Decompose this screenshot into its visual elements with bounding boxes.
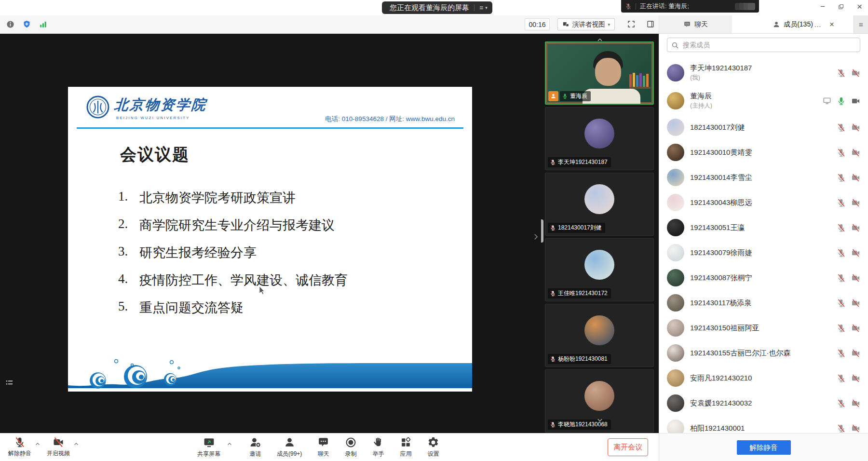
member-row[interactable]: 1921430117杨添泉 (659, 290, 868, 315)
members-button[interactable]: 成员(99+) (274, 436, 304, 458)
agenda-item-text: 研究生报考经验分享 (139, 244, 257, 261)
member-row[interactable]: 1921430079徐雨婕 (659, 240, 868, 265)
tile-mic-icon (550, 159, 556, 165)
participant-avatar (584, 119, 614, 149)
slide-title: 会议议题 (120, 144, 190, 166)
banner-menu-icon[interactable]: ≡ (479, 4, 483, 12)
video-tile[interactable]: 1821430017刘健 (545, 173, 654, 236)
member-mic-icon (837, 123, 846, 132)
agenda-item-number: 5. (118, 299, 139, 316)
agenda-list: 1. 北京物资学院考研政策宣讲 2. 商学院研究生专业介绍与报考建议 3. 研究… (118, 189, 348, 326)
info-icon[interactable] (6, 20, 15, 29)
tile-name-badge: 李天坤1921430187 (548, 157, 611, 167)
member-row[interactable]: 1921430051王瀛 (659, 215, 868, 240)
member-row[interactable]: 1921430010黄靖雯 (659, 140, 868, 165)
watching-screen-banner: 您正在观看董海辰的屏幕 ≡ ▾ (382, 1, 492, 14)
members-panel: 李天坤1921430187 (我) (659, 34, 868, 461)
filmstrip-collapse-handle[interactable] (541, 219, 543, 243)
video-options-chevron-icon[interactable] (73, 441, 79, 447)
settings-button[interactable]: 设置 (425, 436, 442, 458)
video-tile[interactable]: 王佳唯1921430172 (545, 238, 654, 301)
member-mic-icon (837, 399, 846, 408)
member-status-icons (837, 248, 860, 258)
member-name: 柏阳1921430001 (690, 424, 831, 433)
view-mode-dropdown[interactable]: 演讲者视图 ▾ (557, 18, 615, 30)
agenda-item: 5. 重点问题交流答疑 (118, 299, 348, 316)
panel-menu-icon[interactable]: ≡ (854, 15, 868, 33)
member-row[interactable]: 1921430014李雪尘 (659, 165, 868, 190)
minimize-button[interactable]: − (820, 2, 825, 12)
tile-participant-name: 董海辰 (570, 92, 587, 100)
member-row[interactable]: 安袁媛1921430032 (659, 391, 868, 416)
fullscreen-icon[interactable] (627, 20, 636, 28)
member-mic-icon (837, 324, 846, 333)
member-row[interactable]: 李天坤1921430187 (我) (659, 59, 868, 87)
member-camera-icon (851, 223, 860, 232)
meeting-toolbar: 00:16 演讲者视图 ▾ 聊天 成员(135) … × ≡ (0, 15, 868, 34)
collapse-strip-chevron-icon[interactable] (531, 232, 540, 241)
member-row[interactable]: 董海辰 (主持人) (659, 87, 868, 115)
member-mic-icon (837, 349, 846, 358)
unmute-button[interactable]: 解除静音 (737, 440, 791, 455)
search-input[interactable] (667, 38, 860, 52)
agenda-item: 3. 研究生报考经验分享 (118, 244, 348, 261)
chat-button[interactable]: 聊天 (315, 436, 332, 458)
video-tile[interactable]: 杨盼盼1921430081 (545, 304, 654, 367)
shared-screen-stage: 北京物资学院 BEIJING WUZI UNIVERSITY 电话: 010-8… (0, 34, 541, 433)
tab-members[interactable]: 成员(135) … × (732, 15, 854, 33)
strip-scroll-down-icon[interactable] (596, 417, 604, 423)
tab-chat[interactable]: 聊天 (659, 15, 732, 33)
side-panel-icon[interactable] (646, 20, 655, 28)
raise-hand-button[interactable]: 举手 (370, 436, 387, 458)
member-row[interactable]: 柏阳1921430001 (659, 416, 868, 433)
share-options-chevron-icon[interactable] (227, 441, 232, 447)
tile-mic-icon (550, 356, 556, 362)
restore-button[interactable] (838, 3, 844, 10)
network-signal-icon[interactable] (39, 20, 48, 29)
member-mic-icon (837, 96, 846, 106)
more-options-icon[interactable]: … (814, 20, 822, 28)
participant-avatar (584, 184, 614, 214)
muted-mic-icon (625, 3, 632, 10)
mic-options-chevron-icon[interactable] (35, 441, 41, 447)
start-video-button[interactable]: 开启视频 (44, 436, 72, 458)
strip-scroll-up-icon[interactable] (596, 37, 604, 43)
invite-person-icon (249, 436, 261, 448)
member-row[interactable]: 1921430155古丽巴尔江·也尔森 (659, 340, 868, 366)
member-name: 李天坤1921430187 (690, 64, 831, 73)
member-status-icons (837, 173, 860, 182)
member-row[interactable]: 1921430043柳思远 (659, 190, 868, 215)
member-row[interactable]: 1821430017刘健 (659, 115, 868, 140)
members-icon (284, 436, 296, 448)
member-camera-icon (851, 399, 860, 408)
member-status-icons (837, 68, 860, 78)
toolbar-left-icons (6, 15, 48, 33)
leave-meeting-button[interactable]: 离开会议 (608, 438, 648, 456)
slide-list-toggle-icon[interactable] (5, 379, 14, 387)
record-button[interactable]: 录制 (342, 436, 359, 458)
member-avatar (667, 219, 684, 236)
member-row[interactable]: 1921430087张桐宁 (659, 265, 868, 290)
member-row[interactable]: 安雨凡1921430210 (659, 366, 868, 391)
unmute-mic-button[interactable]: 解除静音 (6, 436, 34, 458)
member-role: (我) (690, 74, 831, 82)
window-controls: − × (820, 2, 862, 12)
presentation-slide: 北京物资学院 BEIJING WUZI UNIVERSITY 电话: 010-8… (68, 87, 472, 392)
university-logo: 北京物资学院 BEIJING WUZI UNIVERSITY (86, 95, 207, 120)
member-mic-icon (837, 223, 846, 232)
close-panel-icon[interactable]: × (829, 20, 834, 29)
tile-name-badge: 1821430017刘健 (548, 223, 605, 233)
member-name: 安袁媛1921430032 (690, 399, 831, 408)
video-tile[interactable]: 李天坤1921430187 (545, 107, 654, 170)
member-camera-icon (851, 123, 860, 132)
share-screen-button[interactable]: 共享屏幕 (195, 436, 223, 458)
security-shield-icon[interactable] (22, 20, 31, 29)
member-mic-icon (837, 68, 846, 78)
member-row[interactable]: 1921430150祖丽阿亚 (659, 315, 868, 340)
invite-button[interactable]: 邀请 (247, 436, 264, 458)
close-window-button[interactable]: × (857, 2, 862, 12)
video-tile[interactable]: 董海辰 (545, 41, 654, 105)
member-avatar (667, 394, 684, 412)
apps-button[interactable]: 应用 (397, 436, 414, 458)
member-avatar (667, 344, 684, 362)
